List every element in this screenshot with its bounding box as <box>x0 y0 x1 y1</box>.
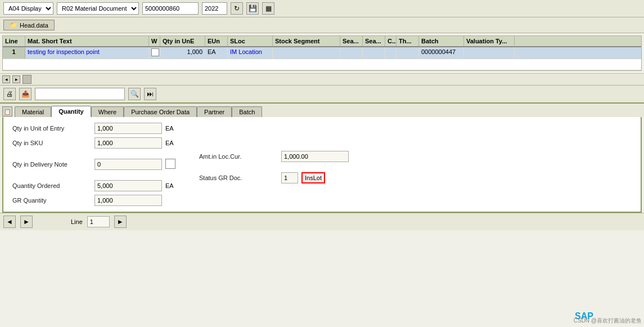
line-label: Line <box>71 218 83 225</box>
form-right-col: Amt.in Loc.Cur. Status GR Doc. InsLot <box>199 151 349 206</box>
qty-delivery-label: Qty in Delivery Note <box>12 161 91 168</box>
col-val-ty: Valuation Ty... <box>464 36 515 46</box>
find-next-btn[interactable]: ⏭ <box>144 88 156 100</box>
table-header: Line Mat. Short Text W Qty in UnE EUn SL… <box>3 36 641 47</box>
gr-quantity-row: GR Quantity <box>12 195 177 206</box>
gr-quantity-label: GR Quantity <box>12 197 91 204</box>
row-eun: EA <box>205 47 228 59</box>
find-btn[interactable]: 🔍 <box>128 88 141 100</box>
qty-unit-entry-row: Qty in Unit of Entry EA <box>12 123 177 134</box>
qty-sku-row: Qty in SKU EA <box>12 137 177 149</box>
col-w: W <box>149 36 160 46</box>
tabs-bar: 📋 Material Quantity Where Purchase Order… <box>0 102 644 117</box>
table-btn[interactable]: ▦ <box>262 2 274 15</box>
qty-sku-input[interactable] <box>94 137 162 149</box>
qty-delivery-input[interactable] <box>94 159 162 170</box>
table-row[interactable]: 1 testing for inspection point 1,000 EA … <box>3 47 641 59</box>
detail-panel: Qty in Unit of Entry EA Qty in SKU EA Qt… <box>2 117 642 213</box>
status-gr-doc-input[interactable] <box>281 172 298 183</box>
watermark-text: CSDN @喜欢打酱油的老鱼 <box>574 317 642 325</box>
form-left-col: Qty in Unit of Entry EA Qty in SKU EA Qt… <box>12 123 177 206</box>
nav-next-btn[interactable]: ► <box>20 216 33 228</box>
qty-sku-unit: EA <box>165 140 177 146</box>
export-btn[interactable]: 📤 <box>19 88 31 100</box>
tab-where[interactable]: Where <box>91 106 124 117</box>
row-stock-segment <box>273 47 340 59</box>
w-checkbox[interactable] <box>151 48 159 56</box>
qty-sku-label: Qty in SKU <box>12 140 91 146</box>
row-c <box>385 47 397 59</box>
qty-delivery-row: Qty in Delivery Note <box>12 159 177 170</box>
qty-ordered-row: Quantity Ordered EA <box>12 180 177 191</box>
gr-quantity-input[interactable] <box>94 195 162 206</box>
col-batch: Batch <box>419 36 464 46</box>
scroll-thumb[interactable] <box>22 75 31 84</box>
display-select[interactable]: A04 Display <box>3 2 53 15</box>
row-w <box>149 47 160 59</box>
main-toolbar: A04 Display R02 Material Document ↻ 💾 ▦ <box>0 0 644 17</box>
head-data-btn[interactable]: 📁 Head.data <box>3 20 55 30</box>
save-btn[interactable]: 💾 <box>246 2 259 15</box>
nav-prev-btn[interactable]: ◄ <box>3 216 16 228</box>
form-layout: Qty in Unit of Entry EA Qty in SKU EA Qt… <box>12 123 632 206</box>
tab-purchase-order-data[interactable]: Purchase Order Data <box>124 106 197 117</box>
bottom-toolbar: 🖨 📤 🔍 ⏭ <box>0 85 644 102</box>
row-qty: 1,000 <box>160 47 205 59</box>
qty-ordered-label: Quantity Ordered <box>12 182 91 189</box>
refresh-btn[interactable]: ↻ <box>231 2 243 15</box>
col-sloc: SLoc <box>228 36 273 46</box>
doc-number-input[interactable] <box>142 2 199 15</box>
col-sea2: Sea... <box>363 36 385 46</box>
col-c: C... <box>385 36 397 46</box>
status-gr-doc-label: Status GR Doc. <box>199 174 278 181</box>
tab-nav-left[interactable]: 📋 <box>2 106 12 117</box>
doc-type-select[interactable]: R02 Material Document <box>57 2 139 15</box>
row-batch: 0000000447 <box>419 47 464 59</box>
tab-material[interactable]: Material <box>15 106 51 117</box>
tab-quantity[interactable]: Quantity <box>51 106 91 117</box>
search-input[interactable] <box>35 88 125 100</box>
bottom-nav: ◄ ► Line ► <box>0 213 644 230</box>
status-gr-doc-row: Status GR Doc. InsLot <box>199 172 349 183</box>
tab-batch[interactable]: Batch <box>232 106 262 117</box>
delivery-checkbox[interactable] <box>165 159 175 169</box>
qty-unit-entry-input[interactable] <box>94 123 162 134</box>
amt-loc-cur-label: Amt.in Loc.Cur. <box>199 153 278 160</box>
app-window: A04 Display R02 Material Document ↻ 💾 ▦ … <box>0 0 644 327</box>
row-val-ty <box>464 47 515 59</box>
row-sloc: IM Location <box>228 47 273 59</box>
folder-icon: 📁 <box>10 21 17 29</box>
main-table: Line Mat. Short Text W Qty in UnE EUn SL… <box>2 35 642 71</box>
table-scroll-bar: ◂ ▸ <box>0 73 644 85</box>
head-data-label: Head.data <box>20 22 48 29</box>
qty-delivery-unit <box>165 159 177 170</box>
line-confirm-btn[interactable]: ► <box>114 216 127 228</box>
tab-partner[interactable]: Partner <box>197 106 232 117</box>
table-row-empty <box>3 59 641 70</box>
col-th: Th... <box>397 36 419 46</box>
amt-loc-cur-input[interactable] <box>281 151 349 162</box>
qty-unit-entry-unit: EA <box>165 125 177 132</box>
col-qty: Qty in UnE <box>160 36 205 46</box>
qty-ordered-input[interactable] <box>94 180 162 191</box>
amt-loc-cur-row: Amt.in Loc.Cur. <box>199 151 349 162</box>
scroll-left-btn[interactable]: ◂ <box>2 75 10 83</box>
qty-ordered-unit: EA <box>165 182 177 189</box>
col-sea1: Sea... <box>340 36 363 46</box>
row-sea2 <box>363 47 385 59</box>
row-th <box>397 47 419 59</box>
line-input[interactable] <box>87 216 110 227</box>
scroll-right-btn[interactable]: ▸ <box>12 75 20 83</box>
col-stock-segment: Stock Segment <box>273 36 340 46</box>
col-eun: EUn <box>205 36 228 46</box>
row-sea1 <box>340 47 363 59</box>
head-data-bar: 📁 Head.data <box>0 17 644 33</box>
row-line-num: 1 <box>3 47 25 59</box>
status-badge: InsLot <box>301 172 325 183</box>
qty-unit-entry-label: Qty in Unit of Entry <box>12 125 91 132</box>
print-btn[interactable]: 🖨 <box>3 88 16 100</box>
year-input[interactable] <box>202 2 227 15</box>
row-mat-text: testing for inspection point <box>25 47 149 59</box>
col-line: Line <box>3 36 25 46</box>
col-mat-short-text: Mat. Short Text <box>25 36 149 46</box>
